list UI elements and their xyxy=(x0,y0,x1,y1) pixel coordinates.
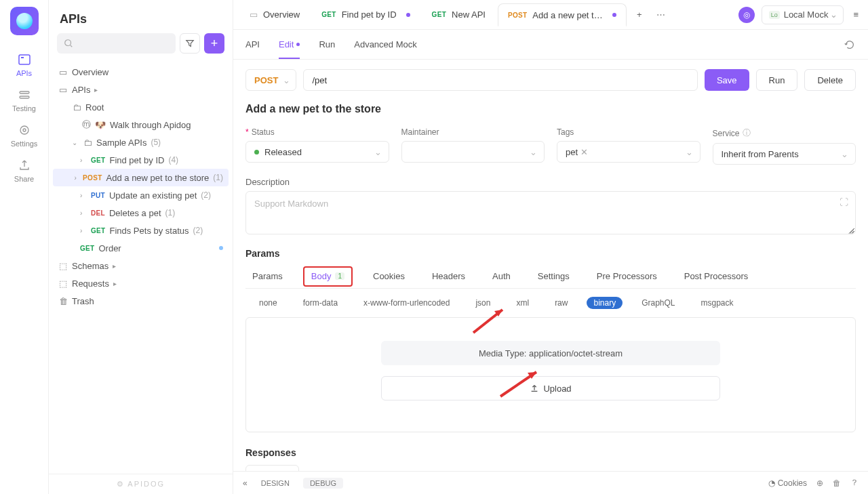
method-badge: DEL xyxy=(91,209,105,217)
ptab-body[interactable]: Body1 xyxy=(303,266,353,287)
method-select[interactable]: POST xyxy=(245,69,296,91)
tab-1[interactable]: GET Find pet by ID xyxy=(312,3,419,26)
cookies-button[interactable]: ◔Cookies xyxy=(768,478,807,488)
footer-target-button[interactable]: ⊕ xyxy=(816,478,823,488)
method-badge: PUT xyxy=(91,192,105,199)
ptab-settings[interactable]: Settings xyxy=(531,266,576,287)
url-input[interactable]: /pet xyxy=(303,69,698,91)
tab-label: Find pet by ID xyxy=(342,9,397,20)
footer-trash-button[interactable]: 🗑 xyxy=(833,478,841,488)
tab-2[interactable]: GET New API xyxy=(422,3,495,26)
dirty-dot xyxy=(296,43,300,46)
status-select[interactable]: Released xyxy=(245,141,389,163)
trash-icon: 🗑 xyxy=(58,296,68,306)
ptab-badge: 1 xyxy=(335,272,344,280)
description-input[interactable]: Support Markdown ⛶ ◢ xyxy=(245,191,856,234)
tree-endpoint-0[interactable]: › GET Find pet by ID (4) xyxy=(53,151,229,169)
apis-tree-icon: ▭ xyxy=(58,85,68,95)
footer-help-button[interactable]: ？ xyxy=(850,477,859,489)
tree-schemas[interactable]: ⬚ Schemas ▸ xyxy=(53,257,229,274)
method-badge: GET xyxy=(91,157,105,164)
btype-json[interactable]: json xyxy=(469,297,497,309)
search-input[interactable] xyxy=(57,33,176,54)
maintainer-select[interactable] xyxy=(401,141,545,163)
tab-overview[interactable]: ▭ Overview xyxy=(240,3,309,26)
collapse-button[interactable]: « xyxy=(243,478,248,488)
tree-walk[interactable]: ⓜ 🐶 Walk through Apidog xyxy=(53,116,229,133)
filter-button[interactable] xyxy=(180,33,200,54)
subtab-api[interactable]: API xyxy=(245,30,260,59)
svg-point-5 xyxy=(23,129,26,131)
refresh-button[interactable] xyxy=(844,39,856,51)
ptab-cookies[interactable]: Cookies xyxy=(366,266,412,287)
tag-value: pet xyxy=(566,147,578,157)
btype-graphql[interactable]: GraphQL xyxy=(635,297,682,309)
subtab-mock[interactable]: Advanced Mock xyxy=(354,30,417,59)
btype-none[interactable]: none xyxy=(252,297,284,309)
add-button[interactable]: + xyxy=(204,33,224,54)
nav-apis[interactable]: APIs xyxy=(0,47,48,83)
tree-requests[interactable]: ⬚ Requests ▸ xyxy=(53,274,229,292)
resize-handle[interactable]: ◢ xyxy=(847,226,854,232)
ptab-pre[interactable]: Pre Processors xyxy=(590,266,664,287)
tags-input[interactable]: pet✕ xyxy=(557,141,701,163)
tree-trash[interactable]: 🗑 Trash xyxy=(53,292,229,310)
btype-binary[interactable]: binary xyxy=(587,297,623,309)
expand-icon[interactable]: ⛶ xyxy=(840,197,848,207)
sync-button[interactable]: ◎ xyxy=(738,7,755,23)
response-tab-public[interactable]: Public Responses0 xyxy=(307,466,412,471)
tree-endpoint-2[interactable]: › PUT Update an existing pet (2) xyxy=(53,186,229,204)
new-tab-button[interactable]: + xyxy=(629,5,650,25)
chevron-right-icon: ▸ xyxy=(113,280,120,287)
method-badge: GET xyxy=(321,11,336,18)
ptab-post[interactable]: Post Processors xyxy=(677,266,755,287)
nav-settings-label: Settings xyxy=(11,140,38,148)
help-icon[interactable]: ⓘ xyxy=(743,127,751,139)
tree-sample[interactable]: ⌄ 🗀 Sample APIs (5) xyxy=(53,133,229,151)
btype-msgpack[interactable]: msgpack xyxy=(694,297,741,309)
tag-remove-icon[interactable]: ✕ xyxy=(580,147,588,157)
tree-sample-label: Sample APIs xyxy=(96,138,146,148)
delete-button[interactable]: Delete xyxy=(804,69,856,91)
environment-select[interactable]: Lo Local Mock xyxy=(762,5,844,24)
ptab-auth[interactable]: Auth xyxy=(486,266,517,287)
mode-debug[interactable]: DEBUG xyxy=(303,478,343,489)
btype-raw[interactable]: raw xyxy=(548,297,574,309)
tab-3[interactable]: POST Add a new pet t… xyxy=(498,3,627,26)
menu-button[interactable]: ≡ xyxy=(850,9,861,20)
ptab-headers[interactable]: Headers xyxy=(425,266,472,287)
mode-design[interactable]: DESIGN xyxy=(254,478,296,489)
btype-formdata[interactable]: form-data xyxy=(296,297,344,309)
btype-urlencoded[interactable]: x-www-form-urlencoded xyxy=(357,297,456,309)
service-select[interactable]: Inherit from Parents xyxy=(713,143,856,165)
tree-apis[interactable]: ▭ APIs ▸ xyxy=(53,81,229,98)
ptab-label: Body xyxy=(311,271,332,281)
ptab-params[interactable]: Params xyxy=(245,266,290,287)
tab-more-button[interactable]: ⋯ xyxy=(652,9,669,20)
tree-root[interactable]: 🗀 Root xyxy=(53,98,229,116)
tree-overview[interactable]: ▭ Overview xyxy=(53,63,229,81)
tree-endpoint-1[interactable]: › POST Add a new pet to the store (1) xyxy=(53,169,229,186)
nav-share[interactable]: Share xyxy=(0,153,48,188)
save-button[interactable]: Save xyxy=(705,69,749,91)
upload-button[interactable]: Upload xyxy=(381,376,720,400)
btype-xml[interactable]: xml xyxy=(509,297,536,309)
method-value: POST xyxy=(254,75,278,85)
endpoint-label: Add a new pet to the store xyxy=(106,173,210,183)
tree-endpoint-3[interactable]: › DEL Deletes a pet (1) xyxy=(53,204,229,222)
subtab-run[interactable]: Run xyxy=(319,30,335,59)
btype-label: form-data xyxy=(303,298,338,308)
nav-settings[interactable]: Settings xyxy=(0,118,48,153)
cookies-label: Cookies xyxy=(778,478,807,488)
tree-order[interactable]: GET Order xyxy=(53,239,229,257)
response-tab-ok[interactable]: OK(201) xyxy=(245,465,299,471)
subtab-edit[interactable]: Edit xyxy=(279,30,300,59)
ptab-label: Settings xyxy=(538,271,570,281)
app-logo[interactable] xyxy=(10,7,39,35)
nav-testing[interactable]: Testing xyxy=(0,83,48,118)
service-label-text: Service xyxy=(713,129,740,138)
tree-endpoint-4[interactable]: › GET Finds Pets by status (2) xyxy=(53,222,229,239)
run-button[interactable]: Run xyxy=(756,69,798,91)
status-label-text: Status xyxy=(252,127,275,137)
settings-icon xyxy=(18,123,31,137)
